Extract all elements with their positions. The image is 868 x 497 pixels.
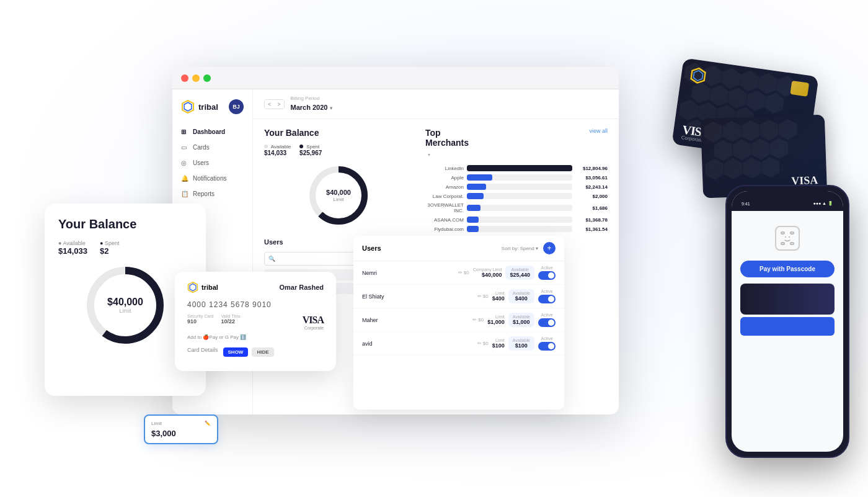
users-panel-header: Users Sort by: Spend ▾ + bbox=[353, 236, 564, 261]
edit-icon[interactable]: ✏️ bbox=[205, 421, 211, 426]
dark-card-logo-icon bbox=[689, 66, 707, 84]
user-spend: ✏ $0 bbox=[477, 341, 489, 346]
merchant-bar-item: LinkedIn $12,804.96 bbox=[425, 165, 608, 171]
cards-icon: ▭ bbox=[181, 144, 188, 151]
phone-card-dark bbox=[740, 284, 835, 315]
phone: 9:41 ●●● ▲ 🔋 Pay with Passcode bbox=[725, 185, 849, 458]
phone-main: Pay with Passcode bbox=[732, 211, 843, 344]
card-logo-icon bbox=[187, 282, 198, 293]
merchant-bar-item: ASANA.COM $1,368.78 bbox=[425, 217, 608, 223]
user-available-block: Available $400 bbox=[508, 289, 534, 303]
limit-value[interactable]: $3,000 bbox=[151, 429, 211, 438]
bar-fill bbox=[467, 165, 572, 171]
user-row: Maher ✏ $0 Limit $1,000 Available $1,000… bbox=[353, 308, 564, 332]
bar-fill bbox=[467, 226, 479, 232]
credit-card: tribal Omar Rashed 4000 1234 5678 9010 S… bbox=[175, 272, 336, 371]
toggle-switch[interactable] bbox=[538, 271, 556, 280]
nav-forward[interactable]: > bbox=[274, 100, 283, 109]
user-active-block: Active bbox=[538, 266, 556, 280]
merchant-name: 3OVERWALLET INC. bbox=[425, 202, 464, 213]
user-available-block: Available $25,440 bbox=[505, 266, 534, 280]
user-limit-label: Limit bbox=[492, 291, 505, 295]
user-avail-label: Available bbox=[510, 267, 530, 272]
sort-label: Sort by: Spend ▾ bbox=[502, 246, 538, 251]
limit-label: Limit ✏️ bbox=[151, 421, 211, 426]
valid-thru-field: Valid Thru 10/22 bbox=[221, 314, 240, 325]
balance-title: Your Balance bbox=[264, 128, 413, 138]
close-button[interactable] bbox=[181, 74, 188, 82]
sidebar-item-notifications[interactable]: 🔔 Notifications bbox=[172, 171, 252, 186]
user-name: Maher bbox=[362, 317, 469, 323]
merchant-amount: $3,056.61 bbox=[575, 175, 608, 181]
pay-with-passcode-button[interactable]: Pay with Passcode bbox=[740, 261, 835, 277]
bc-legends: ● Available $14,033 ● Spent $2 bbox=[58, 240, 192, 256]
user-limit-block: Limit $400 bbox=[492, 291, 505, 302]
user-limit-value: $400 bbox=[492, 295, 505, 302]
user-row: El Shiaty ✏ $0 Limit $400 Available $400… bbox=[353, 285, 564, 308]
merchant-name: Amazon bbox=[425, 184, 464, 190]
user-avail-value: $1,000 bbox=[513, 319, 530, 325]
security-label: Security Card bbox=[187, 314, 213, 318]
bar-fill bbox=[467, 193, 484, 199]
merchant-name: LinkedIn bbox=[425, 166, 464, 171]
dark-card-logo bbox=[689, 66, 707, 87]
merchant-bar-item: Apple $3,056.61 bbox=[425, 174, 608, 181]
hide-button[interactable]: HIDE bbox=[252, 347, 273, 357]
phone-signals: ●●● ▲ 🔋 bbox=[813, 201, 833, 206]
show-button[interactable]: SHOW bbox=[223, 347, 249, 357]
merchant-amount: $1,368.78 bbox=[575, 217, 608, 223]
bc-available-legend: ● Available $14,033 bbox=[58, 240, 87, 256]
chevron-down-icon: ▾ bbox=[330, 105, 332, 111]
user-limit-block: Limit $100 bbox=[492, 338, 505, 349]
merchants-title-block: TopMerchants ▾ bbox=[425, 128, 469, 159]
bar-track bbox=[467, 165, 572, 171]
toggle-switch[interactable] bbox=[538, 318, 556, 327]
visa-corporate: Corporate bbox=[303, 326, 324, 330]
merchant-amount: $1,361.54 bbox=[575, 226, 608, 232]
balance-card-title: Your Balance bbox=[58, 217, 192, 231]
sidebar-item-cards[interactable]: ▭ Cards bbox=[172, 140, 252, 155]
phone-screen: 9:41 ●●● ▲ 🔋 Pay with Passcode bbox=[732, 191, 843, 452]
available-legend: Available $14,033 bbox=[264, 144, 291, 156]
bar-track bbox=[467, 174, 572, 181]
maximize-button[interactable] bbox=[203, 74, 211, 82]
user-spend: ✏ $0 bbox=[477, 293, 489, 299]
balance-legends: Available $14,033 Spent $25,967 bbox=[264, 144, 413, 156]
bar-fill bbox=[467, 217, 479, 223]
user-name: Nemri bbox=[362, 270, 454, 276]
merchants-chevron: ▾ bbox=[428, 152, 430, 158]
user-limit-value: $1,000 bbox=[487, 319, 505, 325]
card-detail-footer: Card Details SHOW HIDE bbox=[187, 343, 324, 357]
add-user-button[interactable]: + bbox=[543, 242, 556, 254]
user-avatar[interactable]: BJ bbox=[229, 99, 244, 114]
security-field: Security Card 910 bbox=[187, 314, 213, 325]
dark-card-chip bbox=[790, 81, 809, 97]
merchants-header: TopMerchants ▾ view all bbox=[425, 128, 608, 159]
sidebar-item-dashboard[interactable]: ⊞ Dashboard bbox=[172, 124, 252, 140]
svg-rect-10 bbox=[781, 232, 784, 234]
user-avail-value: $400 bbox=[513, 295, 530, 302]
billing-period[interactable]: March 2020 ▾ bbox=[291, 104, 332, 111]
user-row: avid ✏ $0 Limit $100 Available $100 Acti… bbox=[353, 332, 564, 356]
user-available-block: Available $1,000 bbox=[508, 313, 534, 327]
bar-track bbox=[467, 217, 572, 223]
minimize-button[interactable] bbox=[192, 74, 200, 82]
users-panel-title: Users bbox=[362, 244, 381, 252]
traffic-lights bbox=[181, 74, 211, 82]
add-to-pay: Add to 🍎Pay or G Pay ℹ️ bbox=[187, 334, 324, 340]
phone-status-bar: 9:41 ●●● ▲ 🔋 bbox=[732, 191, 843, 208]
user-limit-block: Company Limit $40,000 bbox=[473, 267, 502, 278]
nav-back[interactable]: < bbox=[265, 100, 274, 109]
sidebar-item-users[interactable]: ◎ Users bbox=[172, 155, 252, 171]
svg-marker-7 bbox=[190, 284, 196, 290]
toggle-switch[interactable] bbox=[538, 342, 556, 351]
svg-marker-9 bbox=[693, 70, 703, 81]
sidebar-item-reports[interactable]: 📋 Reports bbox=[172, 186, 252, 202]
merchant-bars: LinkedIn $12,804.96 Apple $3,056.61 Amaz… bbox=[425, 165, 608, 232]
card-holder: Omar Rashed bbox=[279, 284, 324, 291]
svg-rect-12 bbox=[781, 243, 784, 244]
user-rows-container: Nemri ✏ $0 Company Limit $40,000 Availab… bbox=[353, 261, 564, 356]
active-label: Active bbox=[541, 266, 552, 270]
toggle-switch[interactable] bbox=[538, 295, 556, 303]
view-all-link[interactable]: view all bbox=[589, 128, 608, 134]
